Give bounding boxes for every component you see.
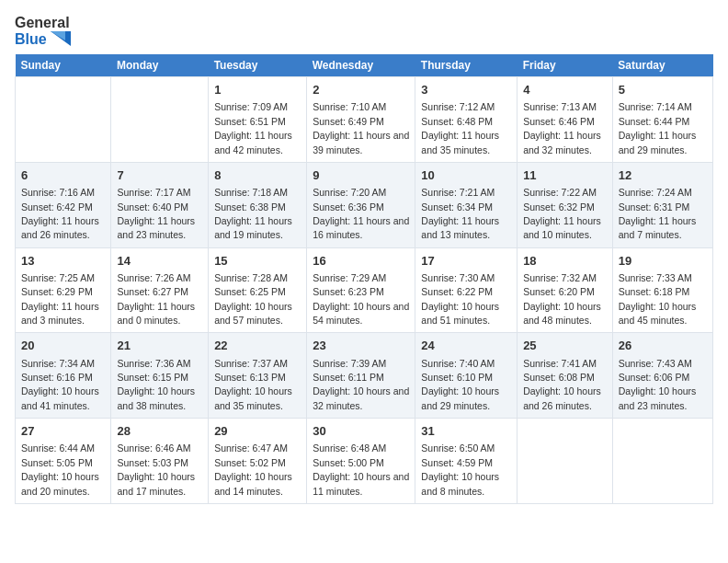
day-number: 2 — [313, 82, 409, 98]
calendar-cell: 15Sunrise: 7:28 AM Sunset: 6:25 PM Dayli… — [209, 247, 307, 333]
calendar-cell: 7Sunrise: 7:17 AM Sunset: 6:40 PM Daylig… — [111, 162, 209, 247]
calendar-cell: 22Sunrise: 7:37 AM Sunset: 6:13 PM Dayli… — [209, 333, 307, 419]
calendar-cell: 19Sunrise: 7:33 AM Sunset: 6:18 PM Dayli… — [612, 247, 712, 333]
day-number: 26 — [619, 338, 707, 354]
day-number: 4 — [523, 82, 607, 98]
day-info: Sunrise: 6:50 AM Sunset: 4:59 PM Dayligh… — [421, 442, 499, 496]
weekday-header: Thursday — [415, 54, 518, 77]
day-info: Sunrise: 7:29 AM Sunset: 6:23 PM Dayligh… — [313, 272, 409, 326]
day-number: 24 — [421, 338, 511, 354]
day-number: 15 — [214, 253, 301, 270]
calendar-cell: 27Sunrise: 6:44 AM Sunset: 5:05 PM Dayli… — [16, 419, 111, 504]
day-number: 28 — [117, 423, 202, 440]
weekday-header-row: SundayMondayTuesdayWednesdayThursdayFrid… — [16, 54, 713, 77]
day-info: Sunrise: 7:26 AM Sunset: 6:27 PM Dayligh… — [117, 272, 195, 326]
calendar-week-row: 27Sunrise: 6:44 AM Sunset: 5:05 PM Dayli… — [16, 419, 713, 504]
day-info: Sunrise: 7:37 AM Sunset: 6:13 PM Dayligh… — [214, 358, 292, 411]
calendar-cell: 13Sunrise: 7:25 AM Sunset: 6:29 PM Dayli… — [16, 247, 111, 333]
day-info: Sunrise: 7:30 AM Sunset: 6:22 PM Dayligh… — [421, 272, 499, 326]
day-info: Sunrise: 7:13 AM Sunset: 6:46 PM Dayligh… — [523, 101, 601, 155]
day-info: Sunrise: 7:41 AM Sunset: 6:08 PM Dayligh… — [523, 358, 601, 411]
day-info: Sunrise: 6:46 AM Sunset: 5:03 PM Dayligh… — [117, 442, 195, 496]
day-number: 8 — [214, 167, 301, 184]
calendar-cell: 16Sunrise: 7:29 AM Sunset: 6:23 PM Dayli… — [307, 247, 415, 333]
weekday-header: Wednesday — [307, 54, 415, 77]
calendar-cell: 9Sunrise: 7:20 AM Sunset: 6:36 PM Daylig… — [307, 162, 415, 247]
page-header: General Blue — [15, 15, 713, 47]
day-number: 6 — [21, 167, 105, 184]
day-number: 20 — [21, 338, 105, 354]
calendar-cell: 18Sunrise: 7:32 AM Sunset: 6:20 PM Dayli… — [518, 247, 613, 333]
calendar-cell: 1Sunrise: 7:09 AM Sunset: 6:51 PM Daylig… — [209, 77, 307, 163]
day-number: 1 — [214, 82, 301, 98]
calendar-week-row: 20Sunrise: 7:34 AM Sunset: 6:16 PM Dayli… — [16, 333, 713, 419]
day-info: Sunrise: 7:10 AM Sunset: 6:49 PM Dayligh… — [313, 101, 409, 155]
weekday-header: Tuesday — [209, 54, 307, 77]
day-number: 14 — [117, 253, 202, 270]
calendar-cell: 24Sunrise: 7:40 AM Sunset: 6:10 PM Dayli… — [415, 333, 518, 419]
calendar-cell: 4Sunrise: 7:13 AM Sunset: 6:46 PM Daylig… — [518, 77, 613, 163]
day-info: Sunrise: 7:20 AM Sunset: 6:36 PM Dayligh… — [313, 187, 409, 240]
calendar-cell — [612, 419, 712, 504]
calendar-cell — [16, 77, 111, 163]
day-number: 12 — [619, 167, 707, 184]
day-number: 30 — [313, 423, 409, 440]
day-info: Sunrise: 7:32 AM Sunset: 6:20 PM Dayligh… — [523, 272, 601, 326]
calendar-cell: 28Sunrise: 6:46 AM Sunset: 5:03 PM Dayli… — [111, 419, 209, 504]
day-info: Sunrise: 7:39 AM Sunset: 6:11 PM Dayligh… — [313, 358, 409, 411]
day-info: Sunrise: 7:40 AM Sunset: 6:10 PM Dayligh… — [421, 358, 499, 411]
day-info: Sunrise: 7:24 AM Sunset: 6:31 PM Dayligh… — [619, 187, 697, 240]
day-number: 17 — [421, 253, 511, 270]
day-info: Sunrise: 7:43 AM Sunset: 6:06 PM Dayligh… — [619, 358, 697, 411]
day-number: 23 — [313, 338, 409, 354]
calendar-cell: 25Sunrise: 7:41 AM Sunset: 6:08 PM Dayli… — [518, 333, 613, 419]
calendar-week-row: 1Sunrise: 7:09 AM Sunset: 6:51 PM Daylig… — [16, 77, 713, 163]
logo: General Blue — [15, 15, 71, 47]
day-number: 21 — [117, 338, 202, 354]
day-number: 13 — [21, 253, 105, 270]
day-number: 16 — [313, 253, 409, 270]
day-number: 29 — [214, 423, 301, 440]
day-info: Sunrise: 7:09 AM Sunset: 6:51 PM Dayligh… — [214, 101, 292, 155]
day-info: Sunrise: 7:16 AM Sunset: 6:42 PM Dayligh… — [21, 187, 99, 240]
calendar-cell: 20Sunrise: 7:34 AM Sunset: 6:16 PM Dayli… — [16, 333, 111, 419]
calendar-cell: 5Sunrise: 7:14 AM Sunset: 6:44 PM Daylig… — [612, 77, 712, 163]
calendar-week-row: 13Sunrise: 7:25 AM Sunset: 6:29 PM Dayli… — [16, 247, 713, 333]
day-info: Sunrise: 7:34 AM Sunset: 6:16 PM Dayligh… — [21, 358, 99, 411]
calendar-cell: 8Sunrise: 7:18 AM Sunset: 6:38 PM Daylig… — [209, 162, 307, 247]
day-number: 22 — [214, 338, 301, 354]
day-number: 31 — [421, 423, 511, 440]
day-number: 10 — [421, 167, 511, 184]
day-info: Sunrise: 7:28 AM Sunset: 6:25 PM Dayligh… — [214, 272, 292, 326]
calendar-cell: 11Sunrise: 7:22 AM Sunset: 6:32 PM Dayli… — [518, 162, 613, 247]
day-number: 18 — [523, 253, 607, 270]
calendar-cell: 3Sunrise: 7:12 AM Sunset: 6:48 PM Daylig… — [415, 77, 518, 163]
calendar-cell: 30Sunrise: 6:48 AM Sunset: 5:00 PM Dayli… — [307, 419, 415, 504]
day-number: 11 — [523, 167, 607, 184]
calendar-cell: 6Sunrise: 7:16 AM Sunset: 6:42 PM Daylig… — [16, 162, 111, 247]
day-info: Sunrise: 7:25 AM Sunset: 6:29 PM Dayligh… — [21, 272, 99, 326]
day-info: Sunrise: 7:22 AM Sunset: 6:32 PM Dayligh… — [523, 187, 601, 240]
day-number: 27 — [21, 423, 105, 440]
day-info: Sunrise: 6:48 AM Sunset: 5:00 PM Dayligh… — [313, 442, 409, 496]
calendar-cell: 29Sunrise: 6:47 AM Sunset: 5:02 PM Dayli… — [209, 419, 307, 504]
day-number: 5 — [619, 82, 707, 98]
calendar-cell: 10Sunrise: 7:21 AM Sunset: 6:34 PM Dayli… — [415, 162, 518, 247]
calendar-cell: 12Sunrise: 7:24 AM Sunset: 6:31 PM Dayli… — [612, 162, 712, 247]
calendar-cell: 23Sunrise: 7:39 AM Sunset: 6:11 PM Dayli… — [307, 333, 415, 419]
calendar-table: SundayMondayTuesdayWednesdayThursdayFrid… — [15, 54, 713, 504]
weekday-header: Monday — [111, 54, 209, 77]
day-number: 19 — [619, 253, 707, 270]
calendar-cell: 14Sunrise: 7:26 AM Sunset: 6:27 PM Dayli… — [111, 247, 209, 333]
day-number: 7 — [117, 167, 202, 184]
calendar-cell — [111, 77, 209, 163]
day-info: Sunrise: 7:33 AM Sunset: 6:18 PM Dayligh… — [619, 272, 697, 326]
day-info: Sunrise: 7:14 AM Sunset: 6:44 PM Dayligh… — [619, 101, 697, 155]
logo-blue: Blue — [15, 31, 71, 48]
calendar-cell: 21Sunrise: 7:36 AM Sunset: 6:15 PM Dayli… — [111, 333, 209, 419]
calendar-cell: 26Sunrise: 7:43 AM Sunset: 6:06 PM Dayli… — [612, 333, 712, 419]
calendar-cell: 31Sunrise: 6:50 AM Sunset: 4:59 PM Dayli… — [415, 419, 518, 504]
logo-general: General — [15, 15, 71, 31]
day-info: Sunrise: 7:21 AM Sunset: 6:34 PM Dayligh… — [421, 187, 499, 240]
weekday-header: Saturday — [612, 54, 712, 77]
